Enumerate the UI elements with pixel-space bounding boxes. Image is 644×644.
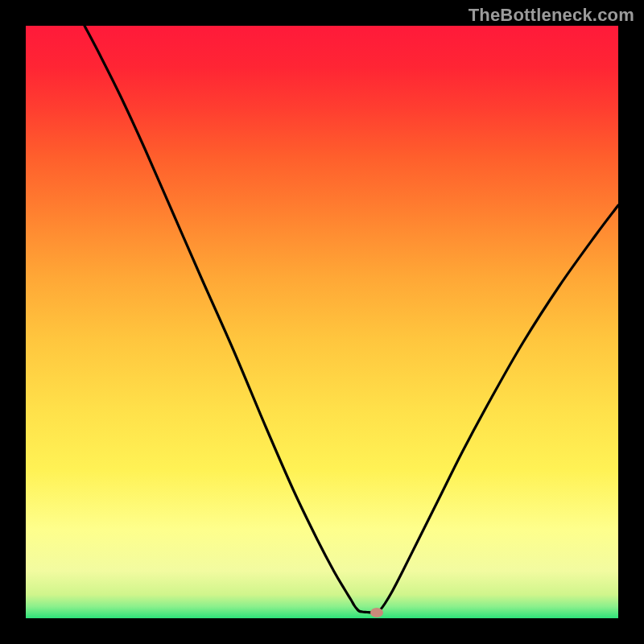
chart-svg [0, 0, 644, 644]
curve-line [85, 26, 618, 613]
minimum-marker [370, 608, 383, 617]
